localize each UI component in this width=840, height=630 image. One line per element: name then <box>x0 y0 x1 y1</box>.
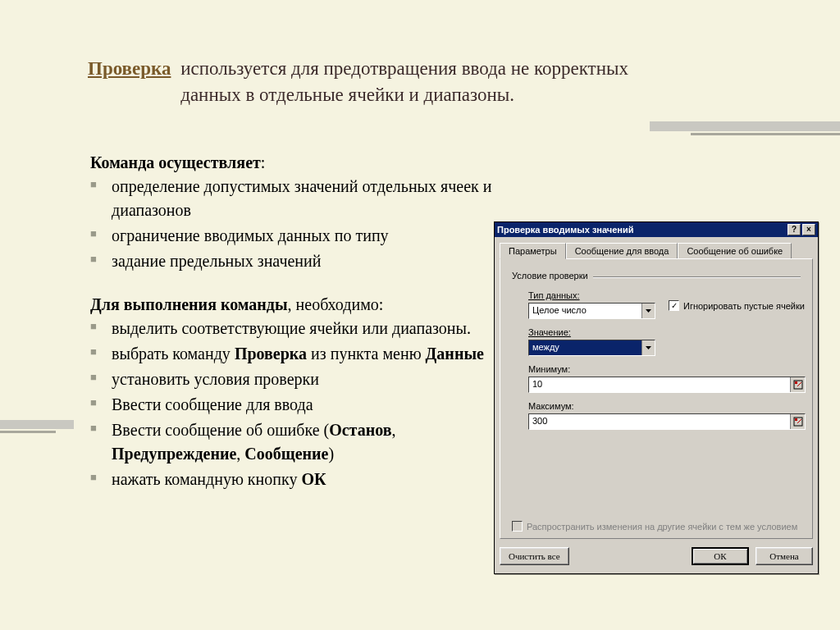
section1-heading: Команда осуществляет <box>90 153 261 171</box>
list-item: определение допустимых значений отдельны… <box>90 175 492 222</box>
data-validation-dialog: Проверка вводимых значений ? × Параметры… <box>494 221 819 574</box>
list-item: установить условия проверки <box>90 368 492 391</box>
group-condition-label: Условие проверки <box>512 271 593 281</box>
close-button[interactable]: × <box>802 224 815 235</box>
dialog-button-row: Очистить все ОК Отмена <box>500 544 813 568</box>
cancel-button[interactable]: Отмена <box>756 547 813 565</box>
svg-rect-3 <box>795 381 797 384</box>
max-label: Максимум: <box>528 401 801 411</box>
chevron-down-icon <box>641 340 655 355</box>
list-item: нажать командную кнопку ОК <box>90 468 492 491</box>
clear-all-button[interactable]: Очистить все <box>500 547 569 565</box>
dialog-title: Проверка вводимых значений <box>497 225 788 235</box>
decorative-bar <box>650 121 840 131</box>
help-button[interactable]: ? <box>788 224 801 235</box>
dialog-titlebar[interactable]: Проверка вводимых значений ? × <box>495 222 818 237</box>
svg-line-7 <box>797 419 801 423</box>
list-item: выбрать команду Проверка из пункта меню … <box>90 342 492 366</box>
tab-parameters[interactable]: Параметры <box>500 243 566 259</box>
body-text: Команда осуществляет: определение допуст… <box>90 151 492 493</box>
tab-bar: Параметры Сообщение для ввода Сообщение … <box>495 237 818 258</box>
list-item: Ввести сообщение для ввода <box>90 393 492 417</box>
group-condition: Условие проверки <box>512 271 801 282</box>
ok-button[interactable]: ОК <box>692 547 749 565</box>
ignore-blank-label: Игнорировать пустые ячейки <box>683 301 805 311</box>
spread-label: Распространить изменения на другие ячейк… <box>527 522 797 532</box>
svg-line-4 <box>797 382 801 386</box>
min-input[interactable]: 10 <box>528 377 806 393</box>
svg-marker-1 <box>646 346 651 349</box>
decorative-bar <box>691 133 840 135</box>
min-label: Минимум: <box>528 364 801 374</box>
range-picker-icon[interactable] <box>790 377 805 392</box>
decorative-bar <box>0 431 56 433</box>
svg-rect-6 <box>795 418 797 421</box>
slide-title: Проверка используется для предотвращения… <box>88 56 760 108</box>
decorative-bar <box>0 420 74 429</box>
max-input[interactable]: 300 <box>528 413 806 430</box>
chevron-down-icon <box>641 304 655 318</box>
title-desc-line2: данных в отдельные ячейки и диапазоны. <box>180 84 514 105</box>
value-combo[interactable]: между <box>528 340 655 356</box>
spread-checkbox <box>512 521 523 532</box>
title-keyword: Проверка <box>88 58 176 79</box>
section2-list: выделить соответствующие ячейки или диап… <box>90 317 492 491</box>
tab-error-message[interactable]: Сообщение об ошибке <box>678 243 792 259</box>
section1-list: определение допустимых значений отдельны… <box>90 175 492 273</box>
data-type-combo[interactable]: Целое число <box>528 303 655 319</box>
list-item: ограничение вводимых данных по типу <box>90 224 492 248</box>
list-item: задание предельных значений <box>90 249 492 273</box>
ignore-blank-checkbox[interactable]: ✓ <box>669 300 679 311</box>
title-desc-line1: используется для предотвращения ввода не… <box>180 58 628 79</box>
list-item: выделить соответствующие ячейки или диап… <box>90 317 492 340</box>
section2-heading: Для выполнения команды <box>90 295 288 313</box>
range-picker-icon[interactable] <box>790 414 805 429</box>
value-label: Значение: <box>528 327 801 337</box>
tab-input-message[interactable]: Сообщение для ввода <box>566 243 678 259</box>
svg-marker-0 <box>646 309 651 313</box>
tab-panel-parameters: Условие проверки Тип данных: Целое число… <box>500 258 813 539</box>
list-item: Ввести сообщение об ошибке (Останов, Пре… <box>90 418 492 466</box>
